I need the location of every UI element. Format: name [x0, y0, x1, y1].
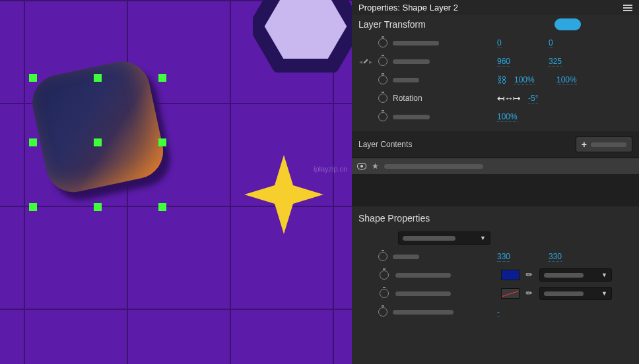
scale-x-value[interactable]: 100% — [514, 75, 535, 85]
prev-keyframe-icon[interactable]: ◂ — [358, 58, 364, 65]
stopwatch-icon[interactable] — [378, 75, 387, 84]
chevron-down-icon: ▼ — [601, 290, 607, 297]
scrub-cursor-icon: ↤↔↦ — [497, 93, 520, 104]
eyedropper-icon[interactable]: ✎ — [524, 288, 535, 299]
polystar-icon: ★ — [372, 162, 379, 171]
chevron-down-icon: ▼ — [480, 235, 486, 241]
svg-marker-0 — [256, 0, 352, 66]
stopwatch-icon[interactable] — [378, 57, 387, 66]
scale-y-value[interactable]: 100% — [556, 75, 577, 85]
chevron-down-icon: ▼ — [601, 272, 607, 278]
content-item[interactable]: ★ — [352, 158, 639, 174]
rotation-row: Rotation ↤↔↦ -5° — [352, 89, 639, 107]
property-label — [393, 310, 454, 315]
svg-marker-1 — [244, 155, 323, 234]
properties-panel: Properties: Shape Layer 2 Layer Transfor… — [352, 0, 639, 364]
anchor-x-value[interactable]: 0 — [497, 38, 502, 48]
property-label — [393, 255, 419, 259]
transform-handle[interactable] — [94, 74, 102, 82]
grid-line — [0, 309, 352, 310]
stopwatch-icon[interactable] — [378, 252, 387, 261]
layer-transform-title: Layer Transform — [358, 19, 426, 30]
panel-title: Properties: Shape Layer 2 — [358, 3, 458, 13]
star-shape[interactable] — [244, 155, 323, 234]
eyedropper-icon[interactable]: ✎ — [524, 270, 535, 281]
grid-line — [230, 0, 231, 364]
stopwatch-icon[interactable] — [378, 94, 387, 103]
fill-blend-dropdown[interactable]: ▼ — [539, 268, 612, 282]
shape-type-row: ▼ — [352, 229, 639, 247]
stroke-row: ✎ ▼ — [352, 284, 639, 303]
fill-row: ✎ ▼ — [352, 266, 639, 284]
constrain-link-icon[interactable]: ⛓ — [497, 75, 506, 85]
stroke-blend-dropdown[interactable]: ▼ — [539, 287, 612, 300]
scale-row: ⛓ 100% 100% — [352, 71, 639, 89]
transform-handle[interactable] — [158, 138, 166, 146]
extra-row: - — [352, 303, 639, 321]
fill-color-swatch[interactable] — [501, 270, 520, 280]
transform-handle[interactable] — [29, 203, 37, 211]
size-y-value[interactable]: 330 — [549, 252, 562, 262]
position-y-value[interactable]: 325 — [549, 57, 562, 67]
property-label — [393, 78, 419, 82]
stopwatch-icon[interactable] — [378, 307, 387, 317]
add-content-button[interactable]: + — [576, 136, 632, 152]
composition-viewport[interactable] — [0, 0, 352, 364]
panel-header: Properties: Shape Layer 2 — [352, 0, 639, 15]
transform-handle[interactable] — [94, 138, 102, 146]
shape-type-dropdown[interactable]: ▼ — [398, 231, 490, 245]
stroke-color-swatch[interactable] — [501, 288, 520, 299]
next-keyframe-icon[interactable]: ▸ — [368, 58, 374, 65]
property-label — [395, 291, 451, 296]
stopwatch-icon[interactable] — [378, 38, 387, 47]
transform-handle[interactable] — [29, 74, 37, 82]
content-item-label — [384, 164, 483, 169]
property-label — [393, 41, 439, 46]
transform-handle[interactable] — [29, 138, 37, 146]
property-label — [395, 273, 451, 278]
position-x-value[interactable]: 960 — [497, 57, 510, 67]
transform-handle[interactable] — [158, 74, 166, 82]
anchor-point-row: 0 0 — [352, 34, 639, 52]
opacity-value[interactable]: 100% — [497, 112, 518, 122]
plus-icon: + — [582, 139, 587, 150]
shape-properties-title: Shape Properties — [352, 206, 639, 229]
extra-value[interactable]: - — [497, 307, 500, 317]
position-row: ◂ ▸ 960 325 — [352, 52, 639, 71]
transform-handle[interactable] — [94, 203, 102, 211]
rotation-label: Rotation — [393, 94, 422, 103]
anchor-y-value[interactable]: 0 — [549, 38, 553, 48]
size-x-value[interactable]: 330 — [497, 252, 510, 262]
stopwatch-icon[interactable] — [380, 270, 389, 280]
layer-contents-header: Layer Contents + — [352, 131, 639, 158]
grid-line — [24, 0, 25, 364]
visibility-eye-icon[interactable] — [357, 163, 366, 169]
panel-menu-icon[interactable] — [623, 3, 632, 13]
layer-contents-list[interactable]: ★ — [352, 158, 639, 206]
hexagon-shape — [253, 0, 352, 73]
stopwatch-icon[interactable] — [380, 289, 389, 298]
transform-handle[interactable] — [158, 203, 166, 211]
stopwatch-icon[interactable] — [378, 112, 387, 121]
opacity-row: 100% — [352, 107, 639, 126]
shape-size-row: 330 330 — [352, 247, 639, 266]
rotation-value[interactable]: -5° — [528, 94, 538, 104]
reset-toggle[interactable] — [555, 18, 581, 30]
property-label — [393, 59, 430, 64]
layer-contents-title: Layer Contents — [358, 140, 412, 149]
property-label — [393, 115, 430, 119]
